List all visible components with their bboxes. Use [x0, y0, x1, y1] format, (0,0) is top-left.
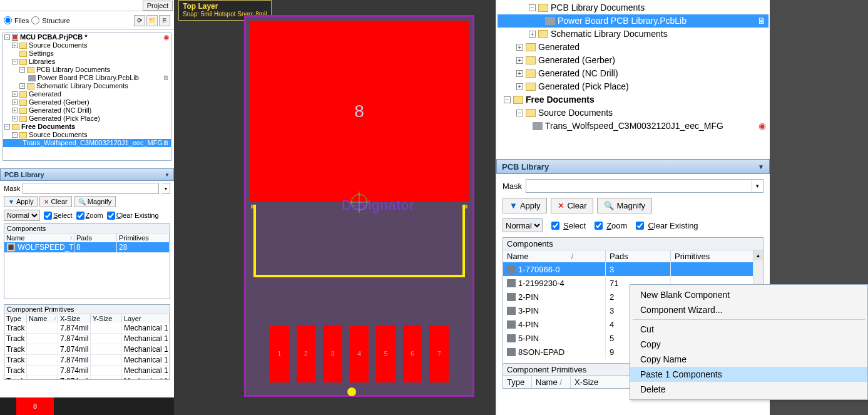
menu-copy-name[interactable]: Copy Name	[630, 352, 867, 367]
primitive-row[interactable]: Track7.874milMechanical 1	[4, 355, 170, 366]
zoom-checkbox-left[interactable]: Zoom	[76, 212, 103, 220]
mask-dropdown-left[interactable]: ▾	[161, 183, 170, 194]
pad-3: 3	[323, 325, 342, 382]
primitive-row[interactable]: Track7.874milMechanical 1	[4, 376, 170, 379]
pcb-library-header-left[interactable]: PCB Library▼	[0, 168, 174, 181]
primitive-row[interactable]: Track7.874milMechanical 1	[4, 366, 170, 376]
zoom-checkbox-right[interactable]: Zoom	[592, 220, 627, 232]
components-grid-left[interactable]: Components Name/ Pads Primitives 🔳 WOLFS…	[4, 223, 170, 299]
layer-bar[interactable]: 8	[0, 397, 174, 415]
menu-cut[interactable]: Cut	[630, 322, 867, 337]
menu-component-wizard[interactable]: Component Wizard...	[630, 302, 867, 317]
apply-button-left[interactable]: ▼Apply	[4, 196, 38, 207]
project-tree-right[interactable]: −PCB Library Documents Power Board PCB L…	[496, 0, 770, 134]
structure-radio[interactable]: Structure	[31, 16, 70, 24]
files-radio[interactable]: Files	[4, 16, 29, 24]
menu-new-blank[interactable]: New Blank Component	[630, 287, 867, 302]
context-menu: New Blank Component Component Wizard... …	[630, 284, 868, 400]
layer-current[interactable]: 8	[16, 397, 54, 415]
mask-label: Mask	[4, 185, 20, 192]
folder-icon[interactable]: 📁	[146, 15, 158, 26]
pcb-library-header-right[interactable]: PCB Library▼	[496, 159, 770, 174]
component-row[interactable]: 🔳 WOLFSPEED_TO-263-7X 8 28	[4, 242, 170, 253]
select-checkbox-right[interactable]: Select	[549, 220, 586, 232]
project-tree[interactable]: −MCU PCBA.PrjPCB *◉ +Source Documents Se…	[3, 33, 171, 161]
pcb-canvas[interactable]: Top Layer Snap: 5mil Hotspot Snap: 8mil …	[174, 0, 496, 415]
project-button[interactable]: Project	[143, 1, 173, 11]
primitive-row[interactable]: Track7.874milMechanical 1	[4, 344, 170, 355]
pin-icon[interactable]: ⎘	[159, 15, 170, 26]
refresh-icon[interactable]: ⟳	[134, 15, 145, 26]
apply-button-right[interactable]: ▼Apply	[503, 198, 547, 213]
magnify-button-left[interactable]: 🔍Magnify	[74, 196, 116, 207]
mode-select-left[interactable]: Normal	[4, 210, 40, 221]
pad-6: 6	[403, 325, 422, 382]
menu-paste[interactable]: Paste 1 Components	[630, 367, 867, 382]
mask-input-left[interactable]	[23, 183, 159, 194]
pad-7: 7	[429, 325, 449, 382]
silk-outline	[253, 205, 465, 277]
clear-existing-checkbox-right[interactable]: Clear Existing	[633, 220, 698, 232]
primitive-row[interactable]: Track7.874milMechanical 1	[4, 323, 170, 334]
mask-dropdown-right[interactable]: ▾	[752, 180, 763, 192]
magnify-button-right[interactable]: 🔍Magnify	[597, 198, 652, 213]
pad-1: 1	[270, 325, 289, 382]
clear-button-right[interactable]: ✕Clear	[551, 198, 593, 213]
component-row[interactable]: 1-770966-03	[503, 262, 763, 276]
board-outline: 8 Designator 1234567	[244, 15, 474, 397]
pad-8: 8	[250, 21, 469, 202]
primitives-grid-left[interactable]: Component Primitives Type Name/ X-Size Y…	[4, 304, 170, 380]
clear-button-left[interactable]: ✕Clear	[39, 196, 71, 207]
pad-5: 5	[376, 325, 396, 382]
select-checkbox-left[interactable]: Select	[44, 212, 73, 220]
pin1-marker	[347, 387, 356, 396]
pad-2: 2	[297, 325, 316, 382]
left-panel: Project Files Structure ⟳ 📁 ⎘ −MCU PCBA.…	[0, 0, 174, 415]
menu-delete[interactable]: Delete	[630, 382, 867, 397]
mode-select-right[interactable]: Normal	[503, 219, 542, 232]
designator-text: Designator	[342, 197, 414, 213]
primitive-row[interactable]: Track7.874milMechanical 1	[4, 334, 170, 344]
clear-existing-checkbox-left[interactable]: Clear Existing	[107, 212, 159, 220]
mask-input-right[interactable]	[526, 180, 752, 192]
mask-label-right: Mask	[503, 182, 522, 191]
menu-copy[interactable]: Copy	[630, 337, 867, 352]
pad-4: 4	[350, 325, 369, 382]
